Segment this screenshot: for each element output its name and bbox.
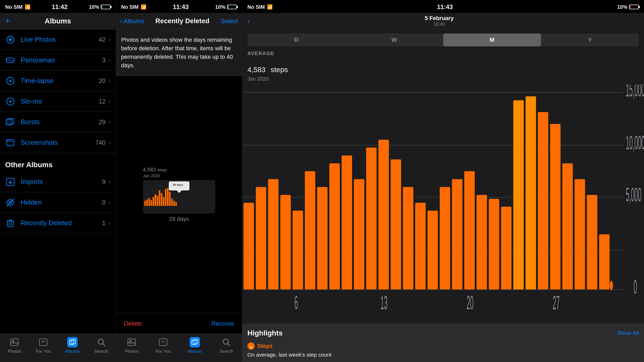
svg-marker-49 xyxy=(177,190,182,193)
highlight-steps-item: 🔥 Steps On average, last week's step cou… xyxy=(242,340,644,362)
tab-for-you-2[interactable]: For You xyxy=(147,337,179,354)
album-item-panoramas[interactable]: Panoramas 3 › xyxy=(0,50,116,71)
svg-rect-10 xyxy=(6,119,12,125)
svg-rect-73 xyxy=(378,140,389,289)
mini-chart-label: 4,583 steps xyxy=(143,167,167,172)
highlight-steps-name: Steps xyxy=(257,343,273,349)
tab-photos-2[interactable]: Photos xyxy=(116,337,147,354)
steps-unit: steps xyxy=(271,66,288,74)
panel-health: No SIM 📶 11:43 10% ‹ 5 February 16:40 D … xyxy=(242,0,644,362)
show-all-button[interactable]: Show All xyxy=(617,330,639,336)
svg-rect-36 xyxy=(155,194,156,206)
status-bar-1: No SIM 📶 11:42 10% xyxy=(0,0,116,13)
status-right-2: 10% xyxy=(215,4,237,10)
mini-chart-date: Jan 2020 xyxy=(143,174,160,178)
album-item-bursts[interactable]: Bursts 29 › xyxy=(0,112,116,132)
add-album-button[interactable]: + xyxy=(5,16,10,26)
time-2: 11:43 xyxy=(173,3,189,11)
svg-rect-75 xyxy=(403,187,413,290)
other-albums-header: Other Albums xyxy=(0,153,116,172)
svg-rect-80 xyxy=(464,171,474,290)
live-photos-name: Live Photos xyxy=(21,36,99,44)
svg-rect-64 xyxy=(268,179,278,289)
svg-point-15 xyxy=(9,140,10,141)
wifi-icon-2: 📶 xyxy=(141,4,146,10)
tab-bar-2: Photos For You Albums xyxy=(116,334,242,362)
tab-search-1[interactable]: Search xyxy=(87,337,116,354)
mini-chart-svg: 29 days xyxy=(143,180,215,214)
album-item-screenshots[interactable]: Screenshots 740 › xyxy=(0,132,116,153)
health-date: 5 February xyxy=(250,15,629,22)
highlight-steps-desc: On average, last week's step count xyxy=(247,352,639,358)
live-photos-count: 42 xyxy=(99,36,106,43)
tab-albums-1[interactable]: Albums xyxy=(58,337,87,354)
svg-text:5,000: 5,000 xyxy=(626,184,641,205)
imports-icon xyxy=(5,177,15,187)
period-selector: D W M Y xyxy=(247,33,639,46)
svg-rect-50 xyxy=(128,339,136,346)
hidden-chevron: › xyxy=(109,199,111,206)
battery-icon-2 xyxy=(227,5,237,9)
recently-deleted-name: Recently Deleted xyxy=(21,219,102,227)
album-item-hidden[interactable]: Hidden 0 › xyxy=(0,192,116,213)
svg-point-22 xyxy=(42,341,43,342)
albums-list: Live Photos 42 › Panoramas 3 › xyxy=(0,29,116,334)
battery-pct-3: 10% xyxy=(617,4,628,10)
deletion-notice-text: Photos and videos show the days remainin… xyxy=(121,36,237,70)
svg-rect-41 xyxy=(165,189,166,206)
tab-albums-2[interactable]: Albums xyxy=(179,337,211,354)
panel-albums: No SIM 📶 11:42 10% + Albums Live Pho xyxy=(0,0,116,362)
tab-photos-1[interactable]: Photos xyxy=(0,337,29,354)
select-button[interactable]: Select xyxy=(221,18,238,25)
recover-button[interactable]: Recover xyxy=(211,320,234,327)
svg-rect-78 xyxy=(440,187,450,290)
panoramas-count: 3 xyxy=(102,57,105,64)
period-year-button[interactable]: Y xyxy=(541,33,639,46)
album-item-timelapse[interactable]: Time-lapse 20 › xyxy=(0,71,116,91)
tab-for-you-1[interactable]: For You xyxy=(29,337,58,354)
imports-name: Imports xyxy=(21,178,102,186)
delete-button[interactable]: Delete xyxy=(124,320,141,327)
screenshots-icon xyxy=(5,138,15,148)
wifi-icon-1: 📶 xyxy=(25,4,30,10)
svg-rect-43 xyxy=(169,192,171,206)
svg-rect-65 xyxy=(280,195,291,289)
album-item-recently-deleted[interactable]: Recently Deleted 1 › xyxy=(0,213,116,233)
svg-text:29 days: 29 days xyxy=(173,183,183,186)
svg-text:15,000: 15,000 xyxy=(626,85,644,100)
delete-recover-bar: Delete Recover xyxy=(116,313,242,334)
svg-rect-89 xyxy=(575,179,585,289)
fire-icon: 🔥 xyxy=(247,342,255,350)
slomo-count: 12 xyxy=(99,98,106,105)
recently-deleted-chevron: › xyxy=(109,220,111,226)
svg-point-92 xyxy=(610,281,613,290)
slomo-name: Slo-mo xyxy=(21,97,99,105)
tab-search-2[interactable]: Search xyxy=(211,337,242,354)
average-steps-value: 4,583 steps xyxy=(247,56,639,75)
battery-pct-1: 10% xyxy=(89,4,99,10)
tab-bar-1: Photos For You Albums xyxy=(0,334,116,362)
svg-line-27 xyxy=(103,343,105,346)
svg-point-1 xyxy=(9,38,12,41)
nav-bar-albums: + Albums xyxy=(0,13,116,29)
svg-rect-11 xyxy=(8,119,13,124)
days-label: 29 days xyxy=(169,216,189,222)
for-you-tab-icon-1 xyxy=(38,337,48,347)
health-nav: ‹ 5 February 16:40 xyxy=(242,13,644,29)
period-month-button[interactable]: M xyxy=(443,33,541,46)
period-day-button[interactable]: D xyxy=(247,33,345,46)
album-item-live-photos[interactable]: Live Photos 42 › xyxy=(0,29,116,50)
status-bar-2: No SIM 📶 11:43 10% xyxy=(116,0,242,13)
album-item-imports[interactable]: Imports 9 › xyxy=(0,172,116,192)
svg-rect-68 xyxy=(317,187,328,290)
back-label: Albums xyxy=(123,18,144,25)
svg-rect-52 xyxy=(159,339,167,346)
svg-rect-91 xyxy=(599,234,609,289)
deleted-content-area: 4,583 steps Jan 2020 xyxy=(116,76,242,313)
album-item-slomo[interactable]: Slo-mo 12 › xyxy=(0,91,116,112)
health-back-button[interactable]: ‹ xyxy=(247,17,250,25)
period-week-button[interactable]: W xyxy=(345,33,443,46)
back-to-albums-button[interactable]: ‹ Albums xyxy=(120,17,144,25)
svg-rect-40 xyxy=(163,197,164,206)
svg-rect-34 xyxy=(150,200,152,206)
